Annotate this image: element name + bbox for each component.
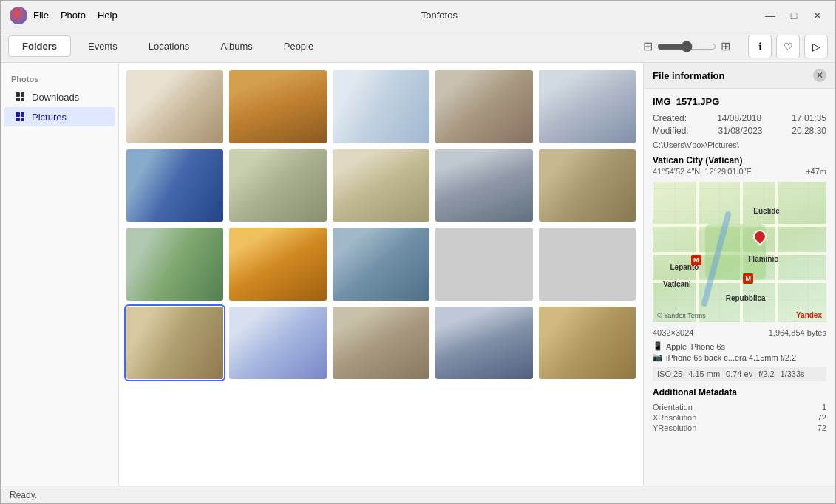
maximize-button[interactable]: □: [785, 7, 803, 24]
zoom-in-icon: ⊞: [721, 39, 730, 53]
photo-cell-3[interactable]: [333, 70, 429, 143]
fileinfo-dimensions: 4032×3024: [653, 328, 693, 337]
favorites-button[interactable]: ♡: [776, 35, 800, 58]
tab-albums[interactable]: Albums: [206, 35, 266, 57]
photo-grid: [126, 70, 636, 379]
zoom-slider[interactable]: [657, 41, 716, 52]
fileinfo-modified-date: 31/08/2023: [718, 126, 762, 136]
photo-cell-2[interactable]: [229, 70, 326, 143]
fileinfo-header: File information ✕: [644, 63, 835, 89]
statusbar: Ready.: [1, 486, 835, 503]
photo-cell-8[interactable]: [333, 149, 429, 222]
map-pin: [753, 230, 767, 243]
photo-cell-17[interactable]: [229, 307, 326, 380]
device-phone-icon: 📱: [653, 341, 663, 351]
meta-orientation: Orientation 1: [653, 402, 826, 412]
tab-people[interactable]: People: [270, 35, 327, 57]
menu-file[interactable]: File: [33, 10, 49, 21]
fileinfo-filesize: 1,964,854 bytes: [769, 328, 826, 337]
exif-focal: 4.15 mm: [688, 370, 720, 378]
orientation-label: Orientation: [653, 403, 693, 412]
yresolution-label: YResolution: [653, 423, 696, 432]
app-window: File Photo Help Tonfotos — □ ✕ Folders E…: [0, 0, 836, 504]
meta-xresolution: XResolution 72: [653, 412, 826, 423]
fileinfo-coords: 41°54'52.4"N, 12°29'01.0"E +47m: [653, 167, 826, 176]
fileinfo-created-date: 14/08/2018: [717, 113, 761, 123]
fileinfo-body: IMG_1571.JPG Created: 14/08/2018 17:01:3…: [644, 89, 835, 440]
exif-iso: ISO 25: [657, 370, 682, 378]
fileinfo-location-name: Vatican City (Vatican): [653, 155, 826, 166]
close-button[interactable]: ✕: [809, 7, 826, 24]
metro-icon-2: M: [743, 273, 753, 284]
fileinfo-path: C:\Users\Vbox\Pictures\: [653, 140, 826, 149]
photo-cell-9[interactable]: [435, 149, 532, 222]
main-area: Photos Downloads Pictures Fi: [1, 63, 835, 486]
photo-cell-1[interactable]: [126, 70, 223, 143]
menu-photo[interactable]: Photo: [61, 10, 86, 21]
photo-cell-20[interactable]: [539, 307, 636, 380]
photo-area: [119, 63, 643, 486]
additional-metadata-title: Additional Metadata: [653, 387, 826, 398]
orientation-value: 1: [822, 403, 826, 412]
app-logo: [10, 7, 27, 24]
map-copyright: © Yandex Terms: [657, 312, 706, 319]
photo-cell-10[interactable]: [539, 149, 636, 222]
navbar: Folders Events Locations Albums People ⊟…: [1, 30, 835, 63]
fileinfo-close-button[interactable]: ✕: [813, 69, 826, 82]
nav-actions: ℹ ♡ ▷: [748, 35, 828, 58]
photo-cell-4[interactable]: [435, 70, 532, 143]
fileinfo-altitude: +47m: [806, 167, 826, 176]
sidebar-item-pictures-label: Pictures: [32, 112, 67, 123]
menu-bar: File Photo Help: [33, 10, 118, 21]
fileinfo-camera: 📷 iPhone 6s back c...era 4.15mm f/2.2: [653, 353, 826, 362]
photo-cell-12[interactable]: [229, 228, 326, 301]
photo-cell-14[interactable]: [435, 228, 532, 301]
camera-icon: 📷: [653, 353, 663, 362]
fileinfo-created-label: Created:: [653, 113, 687, 123]
photo-cell-13[interactable]: [333, 228, 429, 301]
zoom-controls: ⊟ ⊞: [643, 39, 730, 53]
fileinfo-filename: IMG_1571.JPG: [653, 96, 826, 107]
tab-locations[interactable]: Locations: [135, 35, 204, 57]
sidebar-item-pictures[interactable]: Pictures: [4, 107, 115, 126]
meta-yresolution: YResolution 72: [653, 423, 826, 433]
slideshow-button[interactable]: ▷: [804, 35, 828, 58]
fileinfo-modified-row: Modified: 31/08/2023 20:28:30: [653, 126, 826, 136]
photo-cell-16[interactable]: [126, 307, 223, 380]
fileinfo-modified-label: Modified:: [653, 126, 689, 136]
photo-cell-6[interactable]: [126, 149, 223, 222]
exif-shutter: 1/333s: [781, 370, 805, 378]
map-label-vaticani: Vaticani: [663, 280, 691, 288]
photo-cell-15[interactable]: [539, 228, 636, 301]
menu-help[interactable]: Help: [98, 10, 118, 21]
tab-events[interactable]: Events: [74, 35, 132, 57]
titlebar: File Photo Help Tonfotos — □ ✕: [1, 1, 835, 30]
photo-cell-18[interactable]: [333, 307, 429, 380]
app-title: Tonfotos: [118, 10, 761, 21]
map-label-flaminio: Flaminio: [748, 255, 778, 263]
photo-cell-7[interactable]: [229, 149, 326, 222]
exif-ev: 0.74 ev: [726, 370, 752, 378]
fileinfo-panel: File information ✕ IMG_1571.JPG Created:…: [643, 63, 835, 486]
map-label-euclide: Euclide: [753, 207, 780, 215]
zoom-out-icon: ⊟: [643, 39, 653, 53]
sidebar: Photos Downloads Pictures: [1, 63, 119, 486]
window-controls: — □ ✕: [761, 7, 826, 24]
fileinfo-created-time: 17:01:35: [792, 113, 826, 123]
fileinfo-created-row: Created: 14/08/2018 17:01:35: [653, 113, 826, 123]
minimize-button[interactable]: —: [761, 7, 779, 24]
exif-aperture: f/2.2: [758, 370, 774, 378]
sidebar-item-downloads[interactable]: Downloads: [4, 87, 115, 106]
photo-cell-11[interactable]: [126, 228, 223, 301]
info-button[interactable]: ℹ: [748, 35, 772, 58]
downloads-folder-icon: [14, 91, 26, 103]
photo-cell-19[interactable]: [435, 307, 532, 380]
sidebar-item-downloads-label: Downloads: [32, 92, 79, 103]
fileinfo-modified-time: 20:28:30: [792, 126, 826, 136]
tab-folders[interactable]: Folders: [8, 35, 71, 57]
xresolution-value: 72: [818, 413, 826, 422]
status-text: Ready.: [10, 490, 37, 500]
map-container[interactable]: Euclide Flaminio Lepanto Vaticani Repubb…: [653, 182, 826, 322]
photo-cell-5[interactable]: [539, 70, 636, 143]
xresolution-label: XResolution: [653, 413, 696, 422]
